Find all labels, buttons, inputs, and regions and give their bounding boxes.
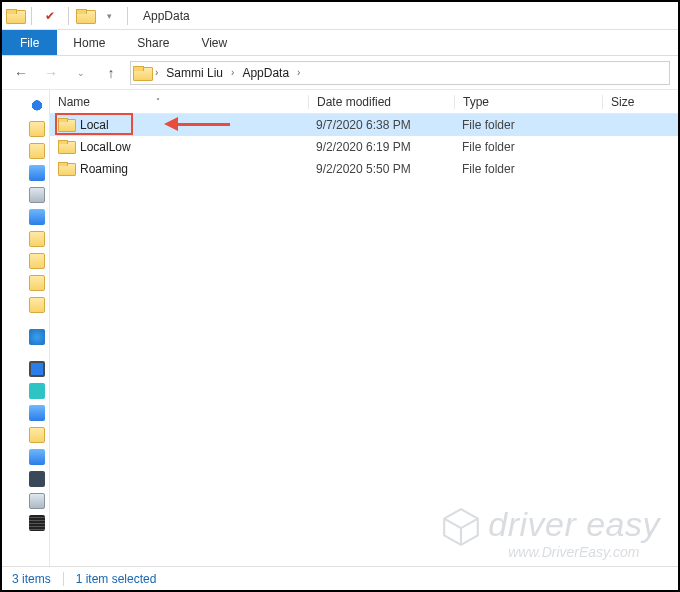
forward-button[interactable]: → [40,62,62,84]
separator [63,572,64,586]
file-name: LocalLow [80,140,131,154]
tab-file[interactable]: File [2,30,57,55]
column-header-date[interactable]: Date modified [308,95,454,109]
status-bar: 3 items 1 item selected [2,566,678,590]
tab-home[interactable]: Home [57,30,121,55]
folder-icon [58,140,74,154]
this-pc-item[interactable] [2,358,49,380]
recent-locations-dropdown[interactable]: ⌄ [70,62,92,84]
titlebar: ✔ ▾ AppData [2,2,678,30]
sidebar-item[interactable] [2,490,49,512]
sidebar-item[interactable] [2,446,49,468]
chevron-right-icon[interactable]: › [153,67,160,78]
file-explorer-window: ✔ ▾ AppData File Home Share View ← → ⌄ ↑… [0,0,680,592]
folder-icon [58,162,74,176]
sort-indicator-icon: ˄ [156,97,160,106]
separator [127,7,128,25]
breadcrumb-user[interactable]: Sammi Liu [162,66,227,80]
file-row[interactable]: LocalLow 9/2/2020 6:19 PM File folder [50,136,678,158]
file-type: File folder [454,140,602,154]
sidebar-item[interactable] [2,272,49,294]
address-bar[interactable]: › Sammi Liu › AppData › [130,61,670,85]
status-item-count: 3 items [12,572,51,586]
onedrive-item[interactable] [2,326,49,348]
sidebar-item[interactable] [2,140,49,162]
chevron-right-icon[interactable]: › [229,67,236,78]
qat-dropdown-icon[interactable]: ▾ [98,5,120,27]
sidebar-item[interactable] [2,294,49,316]
up-button[interactable]: ↑ [100,62,122,84]
folder-icon [6,8,24,24]
breadcrumb-folder[interactable]: AppData [238,66,293,80]
quick-access-item[interactable] [2,96,49,118]
sidebar-item[interactable] [2,118,49,140]
column-header-type[interactable]: Type [454,95,602,109]
sidebar-item[interactable] [2,424,49,446]
new-folder-icon[interactable] [76,8,94,24]
main-area: Name ˄ Date modified Type Size Local 9/7… [2,90,678,566]
file-list: Local 9/7/2020 6:38 PM File folder Local… [50,114,678,566]
file-name: Roaming [80,162,128,176]
sidebar-item[interactable] [2,206,49,228]
file-row[interactable]: Local 9/7/2020 6:38 PM File folder [50,114,678,136]
status-selection: 1 item selected [76,572,157,586]
quick-access-toolbar: ✔ ▾ [2,5,135,27]
sidebar-item[interactable] [2,380,49,402]
file-row[interactable]: Roaming 9/2/2020 5:50 PM File folder [50,158,678,180]
window-title: AppData [135,9,198,23]
back-button[interactable]: ← [10,62,32,84]
file-list-pane: Name ˄ Date modified Type Size Local 9/7… [50,90,678,566]
tab-view[interactable]: View [185,30,243,55]
ribbon-tabs: File Home Share View [2,30,678,56]
file-type: File folder [454,118,602,132]
sidebar-item[interactable] [2,468,49,490]
column-header-name-label: Name [58,95,90,109]
sidebar-item[interactable] [2,162,49,184]
sidebar-item[interactable] [2,184,49,206]
separator [31,7,32,25]
file-date: 9/7/2020 6:38 PM [308,118,454,132]
separator [68,7,69,25]
sidebar-item[interactable] [2,512,49,534]
folder-icon [133,64,151,82]
sidebar-item[interactable] [2,228,49,250]
annotation-highlight [55,113,133,135]
navigation-pane[interactable] [2,90,50,566]
column-header-size[interactable]: Size [602,95,678,109]
column-headers: Name ˄ Date modified Type Size [50,90,678,114]
file-date: 9/2/2020 5:50 PM [308,162,454,176]
address-bar-row: ← → ⌄ ↑ › Sammi Liu › AppData › [2,56,678,90]
chevron-right-icon[interactable]: › [295,67,302,78]
file-date: 9/2/2020 6:19 PM [308,140,454,154]
file-type: File folder [454,162,602,176]
column-header-name[interactable]: Name ˄ [50,95,308,109]
sidebar-item[interactable] [2,402,49,424]
sidebar-item[interactable] [2,250,49,272]
properties-icon[interactable]: ✔ [39,5,61,27]
tab-share[interactable]: Share [121,30,185,55]
